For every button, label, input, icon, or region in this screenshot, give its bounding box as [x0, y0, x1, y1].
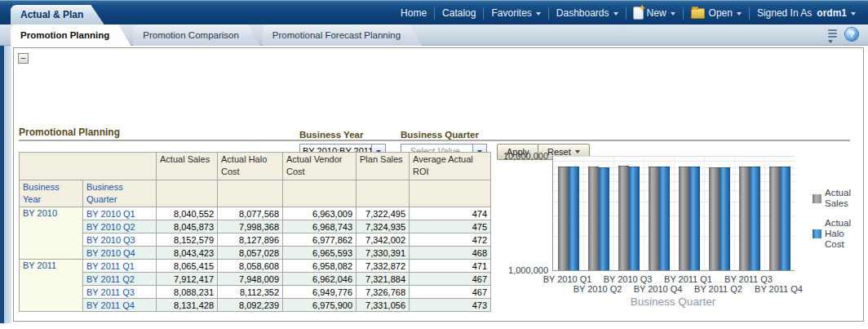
business-quarter-cell[interactable]: BY 2010 Q3 [83, 233, 157, 247]
tab-promotion-planning[interactable]: Promotion Planning [11, 24, 131, 46]
legend-entry: Actual Halo Cost [813, 218, 859, 250]
bar-actual-sales[interactable] [769, 167, 780, 270]
value-cell: 8,040,552 [157, 207, 218, 220]
value-cell: 8,043,423 [157, 247, 218, 260]
nav-dashboards[interactable]: Dashboards [549, 7, 626, 19]
bar-actual-halo-cost[interactable] [569, 167, 579, 270]
value-cell: 6,968,743 [283, 220, 356, 233]
business-year-cell[interactable]: BY 2011 [20, 260, 83, 312]
corner-cell [20, 153, 157, 180]
x-axis-label: BY 2011 Q1 [664, 274, 712, 284]
bar-group [644, 167, 674, 270]
x-axis-label: BY 2010 Q2 [574, 284, 622, 294]
signed-in-menu[interactable]: Signed In As ordm1 [750, 7, 863, 19]
open-folder-icon [691, 8, 705, 19]
nav-favorites-label: Favorites [491, 7, 531, 19]
value-cell: 8,088,231 [157, 286, 218, 299]
page-tabs: Promotion PlanningPromotion ComparisonPr… [11, 24, 424, 46]
new-document-icon [634, 7, 643, 19]
bar-actual-halo-cost[interactable] [689, 167, 700, 270]
x-axis-label: BY 2011 Q2 [694, 284, 742, 294]
value-cell: 6,963,009 [283, 207, 356, 220]
nav-catalog[interactable]: Catalog [435, 7, 483, 19]
bar-actual-halo-cost[interactable] [599, 167, 609, 270]
business-quarter-cell[interactable]: BY 2011 Q1 [83, 260, 157, 273]
empty-header-cell [157, 180, 218, 207]
nav-new[interactable]: New [627, 7, 683, 19]
dimension-header-row: Business Year Business Quarter [20, 180, 491, 207]
value-cell: 8,092,239 [218, 299, 283, 312]
table-row: BY 2010BY 2010 Q18,040,5528,077,5686,963… [20, 207, 491, 220]
value-cell: 471 [410, 260, 491, 273]
legend-swatch-icon [813, 194, 822, 203]
bar-chart: 10,000,000 1,000,000 Business Quarter Ac… [503, 150, 859, 318]
bar-group [704, 167, 734, 270]
y-axis-max-label: 10,000,000 [503, 151, 548, 161]
bar-group [764, 167, 795, 270]
column-header: Actual Halo Cost [218, 153, 283, 180]
global-nav: Home Catalog Favorites Dashboards New Op… [393, 1, 863, 25]
column-header: Actual Vendor Cost [283, 153, 356, 180]
bar-group [674, 167, 704, 270]
x-axis-title: Business Quarter [552, 296, 794, 308]
legend-label: Actual Sales [825, 188, 859, 209]
value-cell: 7,331,056 [356, 299, 410, 312]
empty-header-cell [218, 180, 283, 207]
row-header[interactable]: Business Quarter [83, 180, 157, 207]
bar-actual-sales[interactable] [588, 167, 599, 270]
business-quarter-cell[interactable]: BY 2010 Q2 [83, 220, 157, 233]
bar-actual-sales[interactable] [618, 166, 629, 270]
row-header[interactable]: Business Year [20, 180, 83, 207]
pivot-table-head: Actual Sales Actual Halo Cost Actual Ven… [20, 153, 491, 207]
tab-promotional-forecast-planning[interactable]: Promotional Forecast Planning [263, 24, 422, 46]
business-quarter-cell[interactable]: BY 2011 Q2 [83, 273, 157, 286]
bar-actual-sales[interactable] [649, 167, 659, 270]
tab-promotion-comparison[interactable]: Promotion Comparison [133, 24, 260, 46]
bar-group [613, 166, 644, 270]
collapse-section-button[interactable]: − [18, 53, 29, 64]
business-quarter-cell[interactable]: BY 2011 Q4 [83, 299, 157, 312]
value-cell: 8,058,608 [218, 260, 283, 273]
page-tab-strip: Promotion PlanningPromotion ComparisonPr… [0, 24, 868, 46]
business-year-cell[interactable]: BY 2010 [20, 207, 83, 260]
nav-home[interactable]: Home [393, 7, 434, 19]
chart-legend: Actual SalesActual Halo Cost [813, 188, 859, 250]
help-icon[interactable]: ? [845, 28, 858, 41]
bar-actual-sales[interactable] [739, 167, 750, 270]
empty-header-cell [356, 180, 410, 207]
value-cell: 472 [410, 233, 491, 247]
bar-actual-sales[interactable] [709, 167, 720, 270]
empty-header-cell [410, 180, 491, 207]
bar-actual-sales[interactable] [679, 167, 689, 270]
nav-open[interactable]: Open [684, 7, 749, 19]
bar-actual-halo-cost[interactable] [659, 167, 670, 270]
left-rail-light [4, 46, 11, 323]
nav-home-label: Home [401, 7, 427, 19]
bar-actual-halo-cost[interactable] [629, 167, 640, 270]
measure-header-row: Actual Sales Actual Halo Cost Actual Ven… [20, 153, 491, 180]
business-year-prompt-label: Business Year [299, 130, 363, 140]
business-quarter-cell[interactable]: BY 2011 Q3 [83, 286, 157, 299]
page-options-icon[interactable] [825, 29, 838, 40]
dashboard-title-tab[interactable]: Actual & Plan [11, 5, 104, 25]
bar-actual-halo-cost[interactable] [720, 167, 730, 270]
section-divider [19, 140, 850, 141]
chevron-down-icon [613, 12, 618, 16]
bar-actual-halo-cost[interactable] [780, 167, 790, 270]
plot-area [552, 156, 795, 271]
business-quarter-prompt-label: Business Quarter [401, 130, 479, 140]
x-axis-label: BY 2010 Q3 [604, 274, 653, 284]
value-cell: 8,077,568 [218, 207, 283, 220]
bar-actual-sales[interactable] [558, 167, 569, 270]
business-quarter-cell[interactable]: BY 2010 Q1 [83, 207, 157, 220]
value-cell: 7,912,417 [157, 273, 218, 286]
column-header: Actual Sales [157, 153, 218, 180]
section-title: Promotional Planning [19, 127, 120, 138]
nav-favorites[interactable]: Favorites [484, 7, 547, 19]
business-quarter-cell[interactable]: BY 2010 Q4 [83, 247, 157, 260]
value-cell: 8,065,415 [157, 260, 218, 273]
y-axis-min-label: 1,000,000 [503, 265, 548, 275]
chevron-down-icon [671, 12, 675, 16]
bar-actual-halo-cost[interactable] [750, 167, 760, 270]
value-cell: 6,949,776 [283, 286, 356, 299]
